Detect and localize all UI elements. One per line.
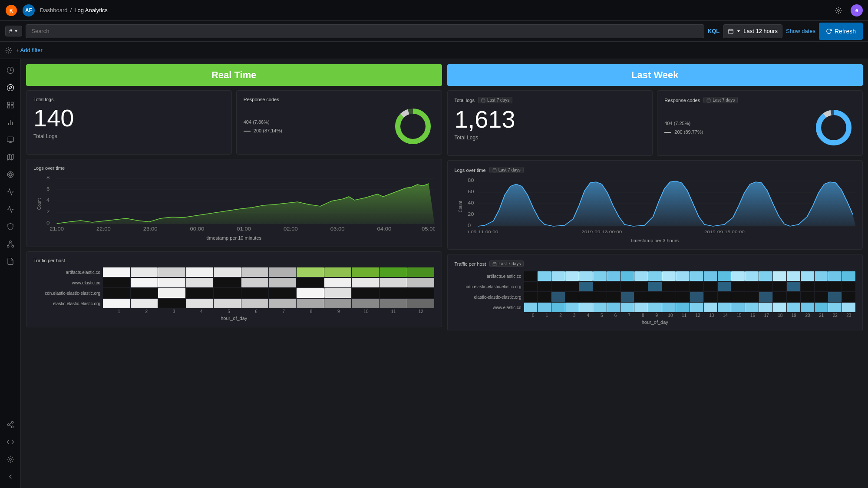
svg-point-72 [818, 112, 849, 143]
heatmap-label-1: artifacts.elastic.co [33, 270, 103, 275]
svg-text:01:00: 01:00 [237, 227, 251, 231]
svg-rect-63 [482, 99, 485, 102]
svg-rect-91 [493, 262, 497, 266]
search-type-button[interactable]: # [5, 26, 22, 36]
lastweek-total-logs-card: Total logs Last 7 days 1,613 Total Logs [447, 90, 653, 156]
svg-point-9 [7, 85, 13, 91]
refresh-label: Refresh [835, 28, 856, 35]
svg-text:4: 4 [46, 198, 50, 203]
heatmap-x-labels: 1 2 3 4 5 6 7 8 9 10 11 12 [106, 309, 435, 314]
refresh-button[interactable]: Refresh [819, 23, 863, 40]
sidebar-icon-uptime[interactable] [3, 201, 18, 217]
svg-point-2 [838, 9, 840, 11]
breadcrumb-separator: / [70, 7, 72, 13]
heatmap-row-1: artifacts.elastic.co [33, 267, 435, 277]
realtime-heatmap: artifacts.elastic.co [33, 267, 435, 321]
panels-grid: Real Time Total logs 140 Total Logs [26, 64, 863, 336]
realtime-total-logs-value: 140 [33, 105, 224, 132]
svg-text:6: 6 [46, 187, 50, 191]
lastweek-total-logs-value: 1,613 [455, 106, 646, 133]
svg-point-40 [9, 458, 11, 461]
svg-text:22:00: 22:00 [96, 227, 111, 231]
filter-bar: + Add filter [0, 42, 868, 59]
sidebar-icon-visualize[interactable] [3, 115, 18, 130]
svg-text:04:00: 04:00 [377, 227, 391, 231]
svg-line-33 [8, 243, 10, 245]
realtime-logs-over-time-title: Logs over time [33, 165, 435, 171]
svg-text:2: 2 [46, 209, 50, 214]
realtime-response-codes-card: Response codes 404 (7.86%) 200 (87.14% [236, 90, 442, 155]
sidebar-icon-logs[interactable] [3, 254, 18, 269]
realtime-logs-x-label: timestamp per 10 minutes [33, 235, 435, 241]
sidebar-icon-discover[interactable] [3, 80, 18, 96]
lastweek-traffic-host-title: Traffic per host Last 7 days [455, 260, 856, 267]
svg-text:2019-09-13 00:00: 2019-09-13 00:00 [581, 229, 622, 234]
svg-point-31 [7, 245, 9, 247]
sidebar [0, 59, 21, 488]
svg-point-32 [12, 245, 14, 247]
lastweek-panel: Last Week Total logs Last 7 days 1,613 [447, 64, 863, 336]
lw-heatmap-row-3: elastic-elastic-elastic.org [455, 292, 856, 302]
sidebar-icon-graph[interactable] [3, 417, 18, 432]
svg-point-7 [8, 49, 10, 51]
svg-text:20: 20 [468, 212, 474, 217]
search-bar: # KQL Last 12 hours Show dates Refresh [0, 21, 868, 42]
logo-icon: K [5, 4, 17, 16]
sidebar-icon-dev-tools[interactable] [3, 434, 18, 450]
show-dates-button[interactable]: Show dates [786, 28, 815, 34]
sidebar-icon-clock[interactable] [3, 63, 18, 78]
sidebar-icon-siem[interactable] [3, 219, 18, 234]
user-avatar[interactable]: e [851, 4, 863, 16]
realtime-total-logs-label: Total Logs [33, 133, 224, 139]
filter-gear-icon[interactable] [5, 47, 12, 54]
sidebar-icon-ml[interactable] [3, 167, 18, 182]
svg-point-30 [9, 241, 11, 243]
lastweek-traffic-x-label: hour_of_day [455, 320, 856, 325]
svg-text:60: 60 [468, 189, 474, 194]
heatmap-label-2: www.elastic.co [33, 280, 103, 285]
breadcrumb-parent: Dashboard [40, 7, 68, 13]
lastweek-total-logs-tag: Last 7 days [478, 97, 512, 103]
svg-rect-12 [11, 102, 13, 104]
lw-heatmap-row-1: artifacts.elastic.co [455, 271, 856, 281]
lastweek-header: Last Week [447, 64, 863, 86]
lw-heatmap-row-2: cdn.elastic-elastic-elastic.org [455, 282, 856, 291]
kql-badge[interactable]: KQL [708, 28, 719, 34]
svg-text:23:00: 23:00 [143, 227, 158, 231]
realtime-traffic-host-panel: Traffic per host artifacts.elastic.co [26, 251, 442, 327]
heatmap-row-3: cdn.elastic-elastic-elastic.org [33, 288, 435, 298]
sidebar-icon-apm[interactable] [3, 184, 18, 200]
lastweek-traffic-tag: Last 7 days [489, 260, 524, 267]
svg-text:K: K [10, 8, 13, 14]
settings-icon[interactable] [832, 3, 845, 17]
lastweek-traffic-host-panel: Traffic per host Last 7 days artifacts.e… [447, 254, 863, 331]
sidebar-icon-settings[interactable] [3, 452, 18, 467]
add-filter-button[interactable]: + Add filter [16, 47, 43, 53]
sidebar-icon-maps[interactable] [3, 149, 18, 165]
realtime-donut-200-label: 200 (87.14%) [244, 128, 384, 133]
svg-line-38 [9, 425, 11, 426]
sidebar-icon-collapse[interactable] [3, 469, 18, 485]
main-content: Real Time Total logs 140 Total Logs [21, 59, 868, 488]
lastweek-donut-404-label: 404 (7.25%) [664, 121, 805, 126]
sidebar-icon-dashboard[interactable] [3, 97, 18, 113]
lastweek-metrics-row: Total logs Last 7 days 1,613 Total Logs [447, 90, 863, 156]
svg-rect-3 [729, 29, 733, 34]
lastweek-response-codes-title: Response codes Last 7 days [664, 97, 855, 103]
sidebar-icon-canvas[interactable] [3, 132, 18, 148]
search-input[interactable] [26, 24, 704, 38]
date-range-button[interactable]: Last 12 hours [723, 24, 782, 38]
sidebar-icon-infra[interactable] [3, 236, 18, 252]
realtime-donut-chart [391, 105, 435, 148]
svg-point-24 [9, 173, 12, 176]
realtime-traffic-x-label: hour_of_day [33, 316, 435, 321]
realtime-metrics-row: Total logs 140 Total Logs Response codes [26, 90, 442, 155]
svg-rect-18 [7, 137, 13, 142]
svg-text:0: 0 [46, 221, 50, 225]
lastweek-logs-over-time-panel: Logs over time Last 7 days Count [447, 160, 863, 250]
date-range-label: Last 12 hours [743, 28, 778, 34]
realtime-header: Real Time [26, 64, 442, 86]
workspace-avatar: AF [23, 4, 35, 16]
svg-rect-14 [11, 106, 13, 108]
lastweek-total-logs-title: Total logs Last 7 days [455, 97, 646, 103]
